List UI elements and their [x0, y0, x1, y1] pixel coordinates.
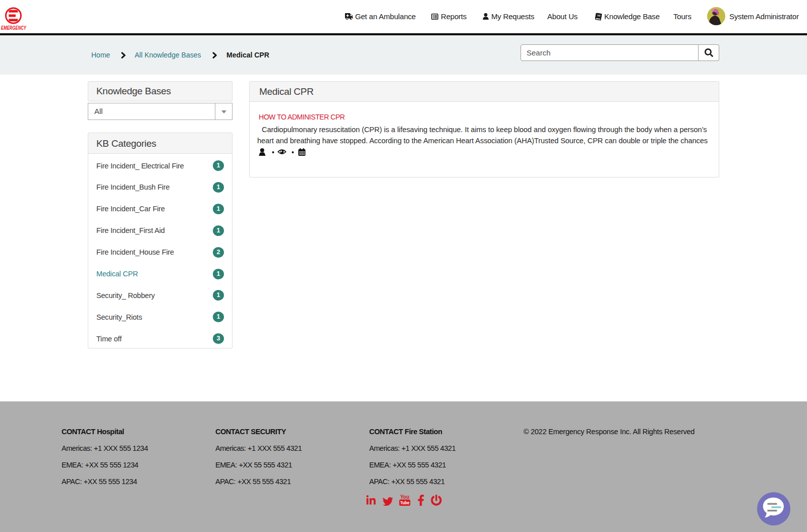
svg-text:Tube: Tube [400, 500, 410, 505]
svg-text:You: You [400, 494, 409, 500]
